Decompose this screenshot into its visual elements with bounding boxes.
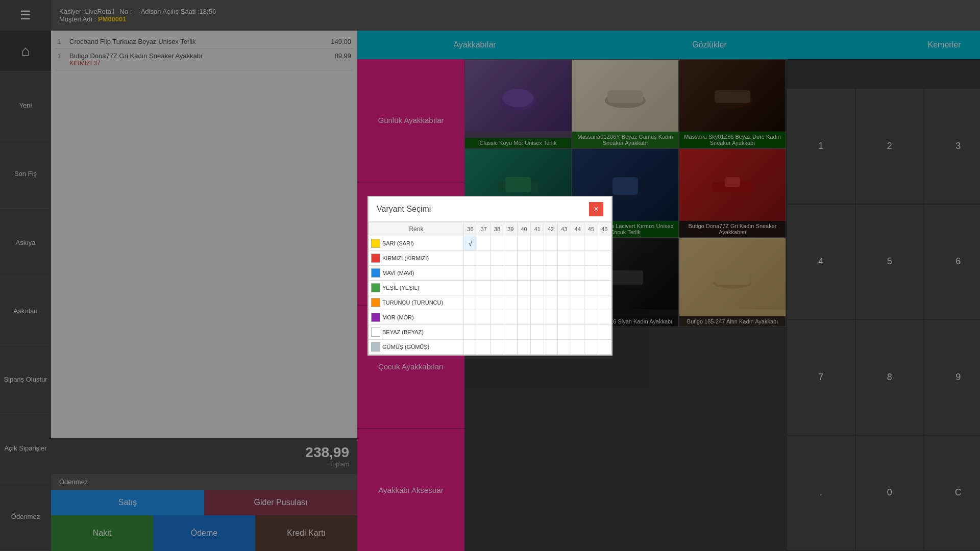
size-stock-3-36[interactable] [463,280,477,295]
size-stock-5-39[interactable] [504,310,517,324]
size-stock-5-41[interactable] [531,310,544,324]
size-stock-2-46[interactable] [598,265,611,280]
size-stock-5-38[interactable] [491,310,504,324]
size-stock-7-46[interactable] [598,339,611,354]
size-stock-3-46[interactable] [598,280,611,295]
modal-overlay[interactable]: Varyant Seçimi × Renk 363738394041424344… [0,0,980,551]
size-stock-5-37[interactable] [477,310,491,324]
size-stock-7-39[interactable] [504,339,517,354]
size-stock-0-38[interactable] [491,236,504,251]
size-stock-1-36[interactable] [463,251,477,265]
size-stock-3-39[interactable] [504,280,517,295]
size-header-37: 37 [477,222,491,236]
size-stock-5-44[interactable] [571,310,584,324]
size-stock-3-43[interactable] [557,280,571,295]
size-stock-4-40[interactable] [517,295,530,310]
size-stock-0-37[interactable] [477,236,491,251]
size-stock-5-45[interactable] [584,310,598,324]
size-stock-4-39[interactable] [504,295,517,310]
size-stock-0-45[interactable] [584,236,598,251]
size-stock-4-38[interactable] [491,295,504,310]
size-stock-3-40[interactable] [517,280,530,295]
size-stock-3-42[interactable] [544,280,557,295]
size-stock-1-42[interactable] [544,251,557,265]
size-stock-4-45[interactable] [584,295,598,310]
variant-table: Renk 3637383940414243444546 SARI (SARI)√… [369,222,611,355]
size-stock-5-46[interactable] [598,310,611,324]
size-header-40: 40 [517,222,530,236]
size-stock-3-44[interactable] [571,280,584,295]
size-stock-0-41[interactable] [531,236,544,251]
size-stock-7-45[interactable] [584,339,598,354]
size-stock-0-43[interactable] [557,236,571,251]
size-stock-6-39[interactable] [504,324,517,339]
size-stock-6-41[interactable] [531,324,544,339]
size-stock-1-37[interactable] [477,251,491,265]
size-stock-1-41[interactable] [531,251,544,265]
size-stock-4-44[interactable] [571,295,584,310]
size-stock-7-42[interactable] [544,339,557,354]
size-stock-2-41[interactable] [531,265,544,280]
size-stock-5-43[interactable] [557,310,571,324]
size-stock-2-36[interactable] [463,265,477,280]
size-stock-7-43[interactable] [557,339,571,354]
size-stock-6-42[interactable] [544,324,557,339]
size-stock-2-38[interactable] [491,265,504,280]
size-stock-4-43[interactable] [557,295,571,310]
size-stock-4-46[interactable] [598,295,611,310]
size-stock-7-41[interactable] [531,339,544,354]
size-stock-5-36[interactable] [463,310,477,324]
size-stock-7-36[interactable] [463,339,477,354]
size-stock-6-38[interactable] [491,324,504,339]
size-stock-5-42[interactable] [544,310,557,324]
size-stock-2-42[interactable] [544,265,557,280]
size-stock-0-40[interactable] [517,236,530,251]
size-stock-2-39[interactable] [504,265,517,280]
size-stock-6-37[interactable] [477,324,491,339]
size-stock-6-36[interactable] [463,324,477,339]
color-row-1: KIRMIZI (KIRMIZI) [369,251,611,265]
color-cell-1: KIRMIZI (KIRMIZI) [369,251,464,265]
size-stock-1-45[interactable] [584,251,598,265]
modal-close-button[interactable]: × [589,202,603,216]
size-stock-2-40[interactable] [517,265,530,280]
size-stock-5-40[interactable] [517,310,530,324]
size-stock-1-40[interactable] [517,251,530,265]
size-stock-1-46[interactable] [598,251,611,265]
size-header-39: 39 [504,222,517,236]
size-header-44: 44 [571,222,584,236]
size-stock-2-45[interactable] [584,265,598,280]
size-stock-3-41[interactable] [531,280,544,295]
size-stock-3-45[interactable] [584,280,598,295]
size-stock-7-38[interactable] [491,339,504,354]
size-stock-0-39[interactable] [504,236,517,251]
size-stock-2-43[interactable] [557,265,571,280]
size-stock-0-46[interactable] [598,236,611,251]
size-stock-4-36[interactable] [463,295,477,310]
size-stock-1-43[interactable] [557,251,571,265]
size-stock-7-40[interactable] [517,339,530,354]
size-stock-4-42[interactable] [544,295,557,310]
size-stock-0-36[interactable]: √ [463,236,477,251]
size-stock-6-45[interactable] [584,324,598,339]
color-row-4: TURUNCU (TURUNCU) [369,295,611,310]
size-stock-6-40[interactable] [517,324,530,339]
size-stock-3-37[interactable] [477,280,491,295]
size-stock-6-46[interactable] [598,324,611,339]
size-stock-0-44[interactable] [571,236,584,251]
size-stock-6-43[interactable] [557,324,571,339]
size-stock-2-37[interactable] [477,265,491,280]
size-stock-0-42[interactable] [544,236,557,251]
size-stock-7-37[interactable] [477,339,491,354]
size-stock-3-38[interactable] [491,280,504,295]
size-stock-1-39[interactable] [504,251,517,265]
size-header-45: 45 [584,222,598,236]
size-stock-1-38[interactable] [491,251,504,265]
size-stock-7-44[interactable] [571,339,584,354]
size-stock-2-44[interactable] [571,265,584,280]
size-stock-1-44[interactable] [571,251,584,265]
size-stock-6-44[interactable] [571,324,584,339]
size-stock-4-37[interactable] [477,295,491,310]
size-stock-4-41[interactable] [531,295,544,310]
color-cell-5: MOR (MOR) [369,310,464,324]
